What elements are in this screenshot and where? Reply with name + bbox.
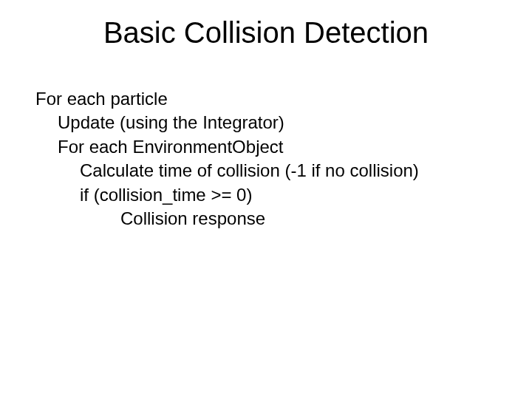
pseudocode-line: Collision response: [120, 207, 501, 231]
slide-title: Basic Collision Detection: [0, 16, 532, 50]
pseudocode-line: For each EnvironmentObject: [58, 135, 501, 159]
pseudocode-line: Calculate time of collision (-1 if no co…: [80, 159, 501, 183]
pseudocode-line: if (collision_time >= 0): [80, 183, 501, 207]
pseudocode-line: Update (using the Integrator): [58, 111, 501, 134]
slide: Basic Collision Detection For each parti…: [0, 0, 532, 399]
slide-body: For each particle Update (using the Inte…: [35, 87, 501, 231]
pseudocode-line: For each particle: [35, 87, 501, 111]
